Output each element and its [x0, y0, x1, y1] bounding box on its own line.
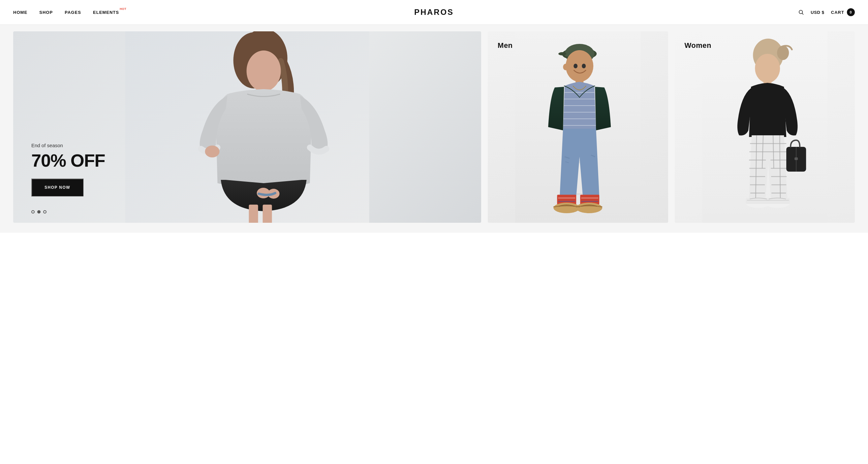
search-button[interactable] — [798, 9, 804, 15]
nav-item-pages[interactable]: PAGES — [65, 10, 81, 15]
women-illustration — [675, 31, 855, 223]
nav-right: USD $ CART 0 — [798, 8, 855, 16]
nav-item-shop[interactable]: SHOP — [39, 10, 53, 15]
hero-right: Men — [488, 31, 855, 223]
svg-point-19 — [558, 52, 566, 55]
cart-button[interactable]: CART 0 — [831, 8, 855, 16]
svg-point-9 — [205, 146, 220, 157]
svg-point-23 — [563, 64, 568, 70]
nav-left: HOME SHOP PAGES ELEMENTSHOT — [13, 10, 119, 15]
svg-rect-8 — [263, 205, 272, 223]
cart-count: 0 — [847, 8, 855, 16]
nav-item-elements[interactable]: ELEMENTSHOT — [93, 10, 119, 15]
hero-section: End of season 70% OFF SHOP NOW Men — [0, 25, 868, 233]
navbar: HOME SHOP PAGES ELEMENTSHOT PHAROS USD $… — [0, 0, 868, 25]
women-panel: Women — [675, 31, 855, 223]
hero-tagline: End of season — [31, 143, 105, 148]
currency-selector[interactable]: USD $ — [811, 10, 825, 15]
hero-section-wrap: End of season 70% OFF SHOP NOW Men — [0, 25, 868, 233]
hero-dots — [31, 210, 46, 213]
women-panel-label: Women — [685, 41, 711, 50]
hot-badge: HOT — [120, 7, 126, 10]
nav-logo[interactable]: PHAROS — [414, 8, 454, 17]
men-illustration — [488, 31, 668, 223]
hero-dot-1[interactable] — [31, 210, 35, 213]
men-panel: Men — [488, 31, 668, 223]
hero-shop-button[interactable]: SHOP NOW — [31, 178, 84, 196]
svg-rect-65 — [795, 157, 798, 160]
hero-left-panel: End of season 70% OFF SHOP NOW — [13, 31, 481, 223]
svg-rect-7 — [249, 205, 258, 223]
svg-point-21 — [574, 64, 578, 68]
svg-line-1 — [802, 13, 803, 14]
svg-point-44 — [777, 46, 789, 60]
men-panel-label: Men — [498, 41, 513, 50]
hero-left-content: End of season 70% OFF SHOP NOW — [31, 143, 105, 196]
svg-point-41 — [576, 203, 602, 213]
svg-point-22 — [582, 64, 586, 68]
nav-item-home[interactable]: HOME — [13, 10, 27, 15]
svg-point-20 — [566, 50, 593, 82]
svg-point-45 — [755, 54, 780, 83]
svg-point-0 — [799, 10, 803, 14]
svg-rect-69 — [765, 198, 790, 204]
svg-point-5 — [247, 51, 281, 91]
hero-discount: 70% OFF — [31, 151, 105, 169]
hero-dot-2[interactable] — [37, 210, 40, 213]
hero-dot-3[interactable] — [43, 210, 46, 213]
cart-label: CART — [831, 10, 844, 15]
